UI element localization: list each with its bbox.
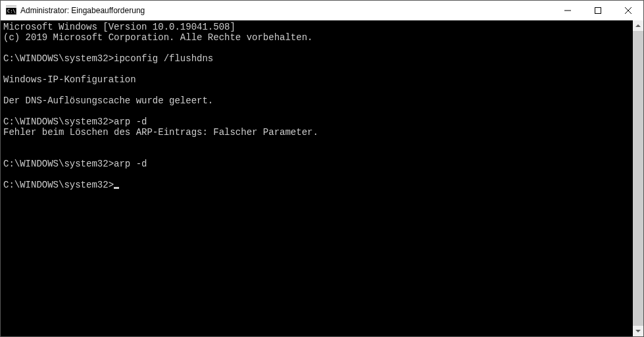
svg-text:C:\: C:\: [7, 9, 16, 14]
terminal-line: [3, 64, 633, 74]
terminal-line: [3, 43, 633, 53]
minimize-button[interactable]: [553, 1, 583, 20]
terminal-line: [3, 169, 633, 180]
close-button[interactable]: [613, 1, 643, 20]
svg-rect-1: [6, 6, 16, 8]
scroll-thumb[interactable]: [633, 31, 643, 326]
maximize-button[interactable]: [583, 1, 613, 20]
terminal-line: C:\WINDOWS\system32>ipconfig /flushdns: [3, 53, 633, 64]
scroll-up-icon[interactable]: [633, 20, 643, 31]
vertical-scrollbar[interactable]: [633, 20, 643, 336]
scroll-down-icon[interactable]: [633, 326, 643, 336]
terminal-output[interactable]: Microsoft Windows [Version 10.0.19041.50…: [1, 20, 633, 336]
terminal-line: [3, 138, 633, 148]
terminal-line: Der DNS-Auflösungscache wurde geleert.: [3, 95, 633, 106]
window-title: Administrator: Eingabeaufforderung: [20, 6, 553, 15]
terminal-line: Fehler beim Löschen des ARP-Eintrags: Fa…: [3, 127, 633, 138]
terminal-line: C:\WINDOWS\system32>arp -d: [3, 117, 633, 127]
window-controls: [553, 1, 643, 20]
terminal-line: [3, 106, 633, 117]
terminal-line: (c) 2019 Microsoft Corporation. Alle Rec…: [3, 32, 633, 43]
terminal-line: Microsoft Windows [Version 10.0.19041.50…: [3, 22, 633, 32]
cmd-icon: C:\: [6, 5, 16, 16]
cursor: [114, 187, 119, 189]
svg-rect-3: [595, 8, 601, 14]
terminal-line: C:\WINDOWS\system32>arp -d: [3, 159, 633, 169]
titlebar[interactable]: C:\ Administrator: Eingabeaufforderung: [1, 1, 643, 20]
terminal-line: [3, 148, 633, 159]
terminal-line: C:\WINDOWS\system32>: [3, 180, 633, 190]
terminal-line: Windows-IP-Konfiguration: [3, 74, 633, 85]
scroll-track[interactable]: [633, 31, 643, 326]
terminal-area: Microsoft Windows [Version 10.0.19041.50…: [1, 20, 643, 336]
terminal-line: [3, 85, 633, 95]
